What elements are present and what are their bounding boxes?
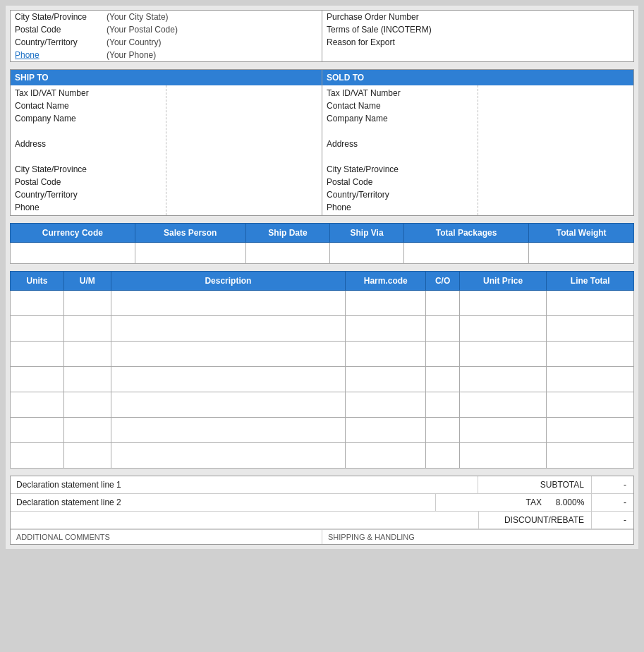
bottom-hint-right: SHIPPING & HANDLING — [322, 530, 633, 544]
harmcode-cell-1[interactable] — [346, 291, 426, 316]
unitprice-cell-4[interactable] — [459, 367, 547, 392]
co-cell-2[interactable] — [426, 316, 460, 342]
phone-link[interactable]: Phone — [15, 50, 107, 60]
sold-city-state-val — [482, 163, 629, 176]
city-state-row: City State/Province (Your City State) — [11, 11, 322, 23]
co-cell-1[interactable] — [426, 291, 460, 316]
tax-value: - — [591, 494, 633, 511]
ship-to-labels: Tax ID/VAT Number Contact Name Company N… — [11, 85, 166, 215]
linetotal-cell-4[interactable] — [547, 367, 634, 392]
ship-contact-val — [171, 99, 317, 112]
total-weight-cell[interactable] — [529, 243, 634, 264]
linetotal-cell-6[interactable] — [547, 418, 634, 443]
totals-section: Declaration statement line 1 SUBTOTAL - … — [10, 476, 634, 545]
harmcode-cell-2[interactable] — [346, 316, 426, 342]
ship-to-half: SHIP TO Tax ID/VAT Number Contact Name C… — [11, 70, 322, 215]
shipping-data-row — [11, 243, 634, 264]
top-address-right: Purchase Order Number Terms of Sale (INC… — [322, 11, 633, 61]
desc-cell-4[interactable] — [111, 367, 346, 392]
units-cell-3[interactable] — [11, 342, 64, 367]
harmcode-cell-5[interactable] — [346, 392, 426, 418]
linetotal-cell-7[interactable] — [547, 443, 634, 469]
um-cell-4[interactable] — [64, 367, 111, 392]
desc-cell-2[interactable] — [111, 316, 346, 342]
subtotal-row: Declaration statement line 1 SUBTOTAL - — [11, 476, 633, 494]
co-cell-6[interactable] — [426, 418, 460, 443]
sales-person-cell[interactable] — [135, 243, 245, 264]
linetotal-cell-1[interactable] — [547, 291, 634, 316]
units-cell-1[interactable] — [11, 291, 64, 316]
terms-of-sale-label: Terms of Sale (INCOTERM) — [327, 25, 432, 35]
um-cell-3[interactable] — [64, 342, 111, 367]
desc-cell-5[interactable] — [111, 392, 346, 418]
ship-address-val — [171, 138, 317, 150]
um-cell-7[interactable] — [64, 443, 111, 469]
ship-tax-id-val — [171, 87, 317, 99]
unitprice-cell-6[interactable] — [459, 418, 547, 443]
tax-right: TAX 8.000% - — [435, 494, 633, 511]
table-row — [11, 342, 634, 367]
sold-to-half: SOLD TO Tax ID/VAT Number Contact Name C… — [322, 70, 633, 215]
ship-contact: Contact Name — [15, 99, 162, 112]
units-cell-7[interactable] — [11, 443, 64, 469]
units-cell-6[interactable] — [11, 418, 64, 443]
reason-export-row: Reason for Export — [322, 36, 633, 49]
ship-address: Address — [15, 138, 162, 150]
um-cell-2[interactable] — [64, 316, 111, 342]
harmcode-cell-6[interactable] — [346, 418, 426, 443]
currency-code-cell[interactable] — [11, 243, 135, 264]
um-col: U/M — [64, 272, 111, 291]
units-col: Units — [11, 272, 64, 291]
um-cell-5[interactable] — [64, 392, 111, 418]
ship-date-col: Ship Date — [245, 224, 330, 243]
units-cell-5[interactable] — [11, 392, 64, 418]
linetotal-cell-2[interactable] — [547, 316, 634, 342]
desc-cell-7[interactable] — [111, 443, 346, 469]
sold-address-val — [482, 138, 629, 150]
units-cell-2[interactable] — [11, 316, 64, 342]
tax-rate: 8.000% — [549, 494, 591, 511]
ship-country-val — [171, 188, 317, 201]
page: City State/Province (Your City State) Po… — [6, 6, 638, 549]
ship-company: Company Name — [15, 112, 162, 125]
ship-via-cell[interactable] — [330, 243, 403, 264]
ship-date-cell[interactable] — [245, 243, 330, 264]
ship-phone-val — [171, 201, 317, 214]
currency-code-col: Currency Code — [11, 224, 135, 243]
po-number-label: Purchase Order Number — [327, 12, 419, 22]
city-state-label: City State/Province — [15, 12, 107, 22]
unitprice-cell-3[interactable] — [459, 342, 547, 367]
harmcode-cell-4[interactable] — [346, 367, 426, 392]
sales-person-col: Sales Person — [135, 224, 245, 243]
total-packages-cell[interactable] — [403, 243, 529, 264]
subtotal-label: SUBTOTAL — [478, 476, 591, 493]
harmcode-cell-7[interactable] — [346, 443, 426, 469]
po-number-row: Purchase Order Number — [322, 11, 633, 23]
unitprice-cell-1[interactable] — [459, 291, 547, 316]
unitprice-cell-5[interactable] — [459, 392, 547, 418]
desc-cell-1[interactable] — [111, 291, 346, 316]
ship-country: Country/Territory — [15, 188, 162, 201]
unitprice-cell-2[interactable] — [459, 316, 547, 342]
um-cell-1[interactable] — [64, 291, 111, 316]
ship-city-state: City State/Province — [15, 163, 162, 176]
co-cell-4[interactable] — [426, 367, 460, 392]
unitprice-cell-7[interactable] — [459, 443, 547, 469]
sold-tax-id: Tax ID/VAT Number — [327, 87, 473, 99]
sold-to-body: Tax ID/VAT Number Contact Name Company N… — [322, 85, 633, 215]
sold-postal: Postal Code — [327, 176, 473, 188]
description-col: Description — [111, 272, 346, 291]
um-cell-6[interactable] — [64, 418, 111, 443]
desc-cell-6[interactable] — [111, 418, 346, 443]
sold-phone: Phone — [327, 201, 473, 214]
country-value: (Your Country) — [107, 37, 162, 47]
co-cell-3[interactable] — [426, 342, 460, 367]
harmcode-cell-3[interactable] — [346, 342, 426, 367]
linetotal-cell-3[interactable] — [547, 342, 634, 367]
desc-cell-3[interactable] — [111, 342, 346, 367]
units-cell-4[interactable] — [11, 367, 64, 392]
co-cell-5[interactable] — [426, 392, 460, 418]
linetotal-cell-5[interactable] — [547, 392, 634, 418]
table-row — [11, 367, 634, 392]
co-cell-7[interactable] — [426, 443, 460, 469]
